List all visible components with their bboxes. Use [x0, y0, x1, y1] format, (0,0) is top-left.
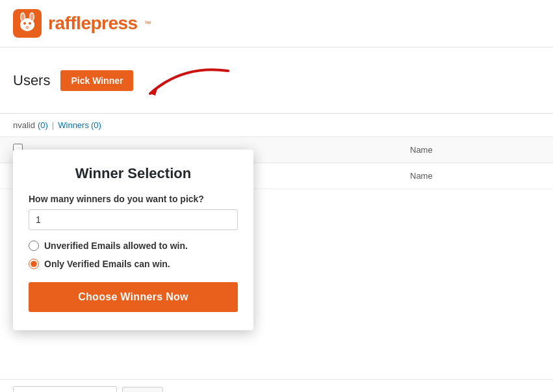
winner-count-input[interactable]: [29, 209, 238, 230]
row-name-col: Name: [410, 171, 540, 181]
page-wrapper: rafflepress™ Users Pick Winner nvalid (0…: [0, 0, 553, 392]
verified-radio-item[interactable]: Only Verified Emails can win.: [29, 259, 238, 269]
name-col-label: Name: [410, 145, 433, 155]
tab-links: nvalid (0) | Winners (0): [13, 120, 540, 130]
filter-bar: nvalid (0) | Winners (0): [0, 114, 553, 137]
email-radio-group: Unverified Emails allowed to win. Only V…: [29, 241, 238, 269]
apply-button[interactable]: Apply: [122, 387, 163, 392]
unverified-radio[interactable]: [29, 241, 39, 251]
verified-radio[interactable]: [29, 259, 39, 269]
content-body: nvalid (0) | Winners (0) Name: [0, 114, 553, 392]
row-name-value: Name: [410, 171, 433, 181]
svg-point-7: [29, 22, 31, 25]
header-name-col: Name: [410, 145, 540, 155]
filter-prefix: nvalid: [13, 120, 35, 130]
unverified-radio-item[interactable]: Unverified Emails allowed to win.: [29, 241, 238, 251]
winner-selection-modal: Winner Selection How many winners do you…: [13, 150, 253, 330]
filter-sep: |: [52, 120, 54, 130]
verified-radio-label: Only Verified Emails can win.: [44, 259, 170, 269]
unverified-radio-label: Unverified Emails allowed to win.: [44, 241, 188, 251]
svg-point-3: [21, 14, 25, 21]
page-title: Users: [13, 72, 50, 89]
winners-filter-link[interactable]: Winners: [58, 120, 89, 130]
modal-title: Winner Selection: [29, 165, 238, 182]
how-many-label: How many winners do you want to pick?: [29, 194, 238, 204]
rafflepress-logo-icon: [13, 9, 42, 38]
logo-container: rafflepress™: [13, 9, 151, 38]
logo-tm: ™: [144, 20, 151, 27]
pick-winner-button[interactable]: Pick Winner: [60, 70, 133, 91]
svg-point-6: [23, 22, 26, 25]
bottom-bar: Bulk Actions Apply: [0, 379, 553, 392]
winners-count: (0): [91, 120, 101, 130]
header: rafflepress™: [0, 0, 553, 47]
bulk-actions-select[interactable]: Bulk Actions: [13, 386, 117, 392]
arrow-annotation: [144, 58, 248, 100]
invalid-filter-link[interactable]: (0): [38, 120, 48, 130]
choose-winners-button[interactable]: Choose Winners Now: [29, 282, 238, 312]
logo-text: rafflepress: [48, 13, 138, 34]
svg-point-8: [26, 26, 29, 27]
page-title-bar: Users Pick Winner: [0, 47, 553, 114]
svg-point-5: [31, 14, 34, 21]
